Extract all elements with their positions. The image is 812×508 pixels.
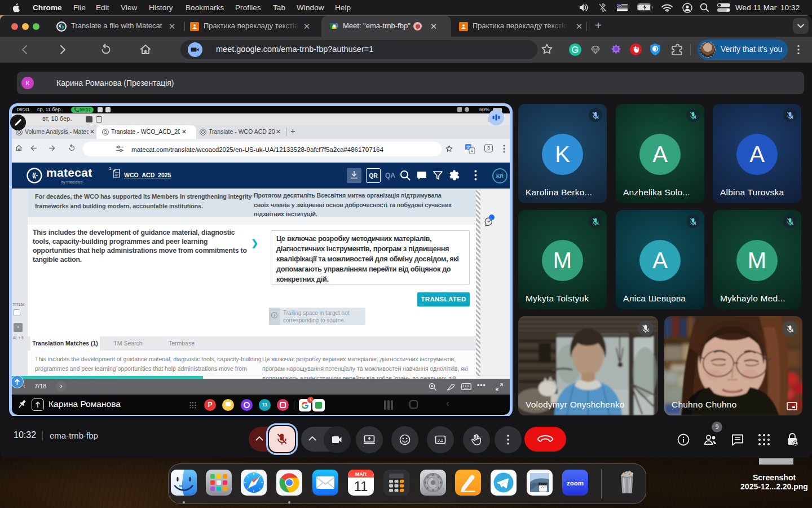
svg-text:zoom: zoom [567, 480, 584, 487]
svg-text:MAR: MAR [355, 471, 367, 477]
svg-text:11: 11 [354, 479, 368, 494]
svg-text:A: A [470, 148, 473, 154]
